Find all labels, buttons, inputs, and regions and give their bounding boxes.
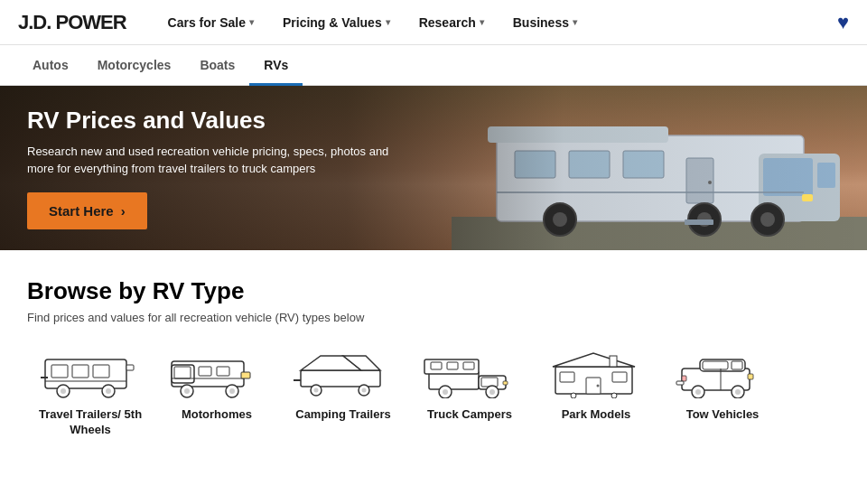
svg-rect-68 bbox=[612, 372, 627, 382]
svg-point-28 bbox=[61, 388, 66, 394]
svg-rect-67 bbox=[560, 372, 574, 382]
svg-rect-38 bbox=[241, 372, 250, 378]
svg-rect-58 bbox=[463, 362, 474, 369]
svg-rect-25 bbox=[93, 365, 109, 378]
arrow-icon: › bbox=[121, 203, 126, 219]
svg-rect-36 bbox=[217, 367, 229, 376]
chevron-down-icon: ▾ bbox=[573, 17, 577, 27]
camping-trailer-icon bbox=[289, 346, 397, 400]
svg-point-71 bbox=[611, 393, 617, 398]
travel-trailer-label: Travel Trailers/ 5th Wheels bbox=[27, 407, 154, 438]
hero-title: RV Prices and Values bbox=[27, 107, 406, 135]
browse-subtitle: Find prices and values for all recreatio… bbox=[27, 311, 840, 324]
park-model-label: Park Models bbox=[562, 407, 631, 423]
nav-research[interactable]: Research ▾ bbox=[405, 0, 499, 45]
svg-rect-34 bbox=[174, 367, 191, 378]
hero-subtitle: Research new and used recreation vehicle… bbox=[27, 143, 406, 178]
svg-rect-43 bbox=[301, 370, 380, 387]
truck-camper-icon bbox=[415, 346, 524, 400]
svg-rect-56 bbox=[431, 362, 442, 369]
svg-point-81 bbox=[695, 389, 701, 395]
rv-type-camping-trailer[interactable]: Camping Trailers bbox=[280, 346, 406, 438]
subnav-boats[interactable]: Boats bbox=[185, 45, 249, 86]
hero-banner: RV Prices and Values Research new and us… bbox=[0, 86, 867, 250]
svg-rect-22 bbox=[126, 365, 134, 370]
browse-title: Browse by RV Type bbox=[27, 277, 840, 305]
browse-section: Browse by RV Type Find prices and values… bbox=[0, 250, 867, 478]
svg-rect-57 bbox=[447, 362, 458, 369]
tow-vehicle-icon bbox=[668, 346, 777, 400]
svg-point-70 bbox=[571, 393, 576, 398]
svg-point-40 bbox=[184, 388, 190, 394]
rv-type-travel-trailer[interactable]: Travel Trailers/ 5th Wheels bbox=[27, 346, 154, 438]
svg-point-62 bbox=[489, 389, 495, 395]
park-model-icon bbox=[542, 346, 650, 400]
tow-vehicle-label: Tow Vehicles bbox=[686, 407, 760, 423]
svg-rect-69 bbox=[610, 356, 617, 367]
svg-rect-77 bbox=[682, 376, 686, 381]
chevron-down-icon: ▾ bbox=[480, 17, 484, 27]
svg-point-66 bbox=[597, 384, 600, 387]
rv-type-tow-vehicle[interactable]: Tow Vehicles bbox=[659, 346, 786, 438]
start-here-button[interactable]: Start Here › bbox=[27, 192, 147, 229]
svg-point-60 bbox=[443, 389, 448, 395]
logo[interactable]: J.D. POWER bbox=[18, 11, 126, 34]
svg-point-30 bbox=[106, 388, 111, 394]
heart-icon[interactable]: ♥ bbox=[837, 11, 849, 33]
sub-nav: Autos Motorcycles Boats RVs bbox=[0, 45, 867, 86]
svg-rect-23 bbox=[51, 365, 68, 378]
nav-business[interactable]: Business ▾ bbox=[499, 0, 592, 45]
svg-rect-76 bbox=[748, 374, 753, 379]
truck-camper-label: Truck Campers bbox=[427, 407, 512, 423]
svg-rect-54 bbox=[503, 381, 508, 385]
nav-cars-for-sale[interactable]: Cars for Sale ▾ bbox=[154, 0, 268, 45]
svg-point-42 bbox=[229, 388, 235, 394]
motorhome-icon bbox=[163, 346, 271, 400]
svg-rect-53 bbox=[481, 378, 498, 387]
svg-point-48 bbox=[314, 387, 319, 392]
header-right: ♥ bbox=[837, 11, 849, 34]
rv-type-grid: Travel Trailers/ 5th Wheels bbox=[27, 346, 840, 460]
subnav-autos[interactable]: Autos bbox=[18, 45, 83, 86]
svg-rect-35 bbox=[199, 367, 211, 376]
svg-marker-64 bbox=[553, 353, 635, 367]
travel-trailer-icon bbox=[36, 346, 144, 400]
svg-point-83 bbox=[735, 389, 741, 395]
nav-pricing-values[interactable]: Pricing & Values ▾ bbox=[268, 0, 405, 45]
svg-rect-78 bbox=[676, 381, 684, 385]
header: J.D. POWER Cars for Sale ▾ Pricing & Val… bbox=[0, 0, 867, 45]
hero-content: RV Prices and Values Research new and us… bbox=[0, 107, 434, 229]
chevron-down-icon: ▾ bbox=[249, 17, 254, 27]
rv-type-park-model[interactable]: Park Models bbox=[533, 346, 659, 438]
camping-trailer-label: Camping Trailers bbox=[295, 407, 390, 423]
svg-rect-74 bbox=[703, 361, 728, 369]
subnav-motorcycles[interactable]: Motorcycles bbox=[83, 45, 186, 86]
rv-type-motorhome[interactable]: Motorhomes bbox=[154, 346, 280, 438]
main-nav: Cars for Sale ▾ Pricing & Values ▾ Resea… bbox=[154, 0, 837, 45]
rv-type-truck-camper[interactable]: Truck Campers bbox=[406, 346, 533, 438]
svg-point-50 bbox=[362, 387, 367, 392]
motorhome-label: Motorhomes bbox=[182, 407, 252, 423]
chevron-down-icon: ▾ bbox=[386, 17, 390, 27]
svg-rect-24 bbox=[72, 365, 89, 378]
subnav-rvs[interactable]: RVs bbox=[249, 45, 303, 86]
svg-rect-75 bbox=[732, 361, 742, 369]
